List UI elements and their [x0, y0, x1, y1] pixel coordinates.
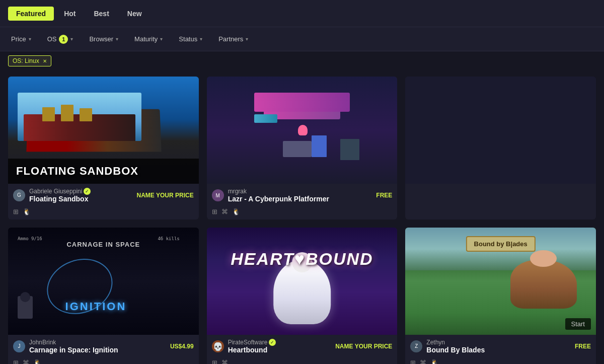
tab-featured[interactable]: Featured [8, 7, 54, 21]
game-title: Carnage in Space: Ignition [29, 346, 118, 354]
mac-icon: ⌘ [420, 359, 426, 364]
card-footer: ⊞ ⌘ [207, 357, 398, 364]
filter-browser[interactable]: Browser ▾ [86, 33, 121, 45]
game-thumbnail: HEART♥BOUND [207, 228, 398, 335]
game-title: Lazr - A Cyberpunk Platformer [228, 195, 329, 203]
tab-hot[interactable]: Hot [56, 7, 84, 21]
filter-os[interactable]: OS 1 ▾ [44, 33, 77, 46]
card-footer: ⊞ ⌘ 🐧 [207, 206, 398, 220]
card-author: J JohnBrink Carnage in Space: Ignition [13, 339, 118, 354]
filter-bar: Price ▾ OS 1 ▾ Browser ▾ Maturity ▾ Stat… [0, 27, 604, 51]
card-info: G Gabriele Giuseppini ✓ Floating Sandbox… [8, 184, 199, 206]
chevron-down-icon: ▾ [200, 36, 202, 42]
game-price: NAME YOUR PRICE [137, 192, 194, 199]
avatar: M [212, 189, 224, 201]
game-price: FREE [376, 192, 392, 199]
filter-partners-label: Partners [218, 35, 243, 43]
windows-icon: ⊞ [212, 208, 217, 215]
card-footer: ⊞ ⌘ 🐧 [8, 357, 199, 364]
game-price: NAME YOUR PRICE [335, 343, 392, 350]
avatar: G [13, 189, 25, 201]
tab-new[interactable]: New [119, 7, 150, 21]
chevron-down-icon: ▾ [246, 36, 248, 42]
game-thumbnail [207, 77, 398, 184]
start-overlay: Start [565, 318, 591, 330]
avatar: 💀 [212, 340, 224, 352]
author-name: Gabriele Giuseppini ✓ [29, 188, 91, 195]
verified-icon: ✓ [269, 339, 276, 346]
filter-maturity-label: Maturity [134, 35, 158, 43]
filter-price-label: Price [11, 35, 26, 43]
author-info: mrgrak Lazr - A Cyberpunk Platformer [228, 188, 329, 203]
verified-icon: ✓ [84, 188, 91, 195]
author-name: PirateSoftware ✓ [228, 339, 276, 346]
author-info: JohnBrink Carnage in Space: Ignition [29, 339, 118, 354]
game-title: Heartbound [228, 346, 276, 354]
os-linux-label: OS: Linux [13, 57, 39, 64]
filter-maturity[interactable]: Maturity ▾ [131, 33, 166, 45]
linux-icon: 🐧 [23, 208, 31, 215]
author-info: Zethyn Bound By Blades [426, 339, 485, 354]
filter-price[interactable]: Price ▾ [8, 33, 34, 45]
game-title: Floating Sandbox [29, 195, 91, 203]
game-thumbnail: FLOATING SANDBOX [8, 77, 199, 184]
mac-icon: ⌘ [221, 208, 228, 215]
linux-icon: 🐧 [430, 359, 438, 364]
game-card-empty [405, 77, 596, 220]
card-info: M mrgrak Lazr - A Cyberpunk Platformer F… [207, 184, 398, 206]
card-author: Z Zethyn Bound By Blades [410, 339, 485, 354]
filter-status-label: Status [179, 35, 197, 43]
game-card-heartbound[interactable]: HEART♥BOUND 💀 PirateSoftware ✓ Heartboun… [207, 228, 398, 364]
games-grid: FLOATING SANDBOX G Gabriele Giuseppini ✓… [0, 70, 604, 364]
windows-icon: ⊞ [212, 359, 217, 364]
tab-best[interactable]: Best [86, 7, 117, 21]
filter-partners[interactable]: Partners ▾ [215, 33, 251, 45]
os-linux-chip[interactable]: OS: Linux ✕ [8, 55, 51, 66]
author-name: Zethyn [426, 339, 485, 346]
card-author: 💀 PirateSoftware ✓ Heartbound [212, 339, 276, 354]
active-filters-bar: OS: Linux ✕ [0, 51, 604, 70]
game-card-bound-by-blades[interactable]: Bound by B|ades Start Z Zethyn Bound By … [405, 228, 596, 364]
card-info: J JohnBrink Carnage in Space: Ignition U… [8, 335, 199, 357]
card-info: 💀 PirateSoftware ✓ Heartbound NAME YOUR … [207, 335, 398, 357]
top-navigation: Featured Hot Best New [0, 0, 604, 27]
close-icon[interactable]: ✕ [43, 58, 47, 64]
title-overlay: FLOATING SANDBOX [8, 159, 199, 184]
game-title: Bound By Blades [426, 346, 485, 354]
card-footer: ⊞ 🐧 [8, 206, 199, 220]
game-thumbnail: Ammo 9/16 46 kills CARNAGE IN SPACE IGNI… [8, 228, 199, 335]
author-name: JohnBrink [29, 339, 118, 346]
author-info: PirateSoftware ✓ Heartbound [228, 339, 276, 354]
game-card-carnage[interactable]: Ammo 9/16 46 kills CARNAGE IN SPACE IGNI… [8, 228, 199, 364]
card-author: M mrgrak Lazr - A Cyberpunk Platformer [212, 188, 329, 203]
game-price: US$4.99 [170, 343, 194, 350]
chevron-down-icon: ▾ [70, 36, 73, 42]
author-name: mrgrak [228, 188, 329, 195]
os-filter-badge: 1 [59, 35, 68, 44]
avatar: J [13, 340, 25, 352]
avatar: Z [410, 340, 422, 352]
game-thumbnail [405, 77, 596, 184]
windows-icon: ⊞ [13, 208, 19, 215]
game-price: FREE [575, 343, 591, 350]
chevron-down-icon: ▾ [29, 36, 31, 42]
game-card-floating-sandbox[interactable]: FLOATING SANDBOX G Gabriele Giuseppini ✓… [8, 77, 199, 220]
windows-icon: ⊞ [410, 359, 416, 364]
chevron-down-icon: ▾ [116, 36, 118, 42]
windows-icon: ⊞ [13, 359, 19, 364]
mac-icon: ⌘ [23, 359, 29, 364]
game-title-overlay-text: FLOATING SANDBOX [16, 165, 138, 177]
filter-os-label: OS [47, 35, 57, 43]
card-info: Z Zethyn Bound By Blades FREE [405, 335, 596, 357]
linux-icon: 🐧 [33, 359, 41, 364]
filter-status[interactable]: Status ▾ [176, 33, 205, 45]
chevron-down-icon: ▾ [160, 36, 163, 42]
game-thumbnail: Bound by B|ades Start [405, 228, 596, 335]
card-footer: ⊞ ⌘ 🐧 [405, 357, 596, 364]
filter-browser-label: Browser [89, 35, 113, 43]
linux-icon: 🐧 [232, 208, 240, 215]
author-info: Gabriele Giuseppini ✓ Floating Sandbox [29, 188, 91, 203]
mac-icon: ⌘ [221, 359, 228, 364]
game-card-lazr[interactable]: M mrgrak Lazr - A Cyberpunk Platformer F… [207, 77, 398, 220]
card-author: G Gabriele Giuseppini ✓ Floating Sandbox [13, 188, 91, 203]
